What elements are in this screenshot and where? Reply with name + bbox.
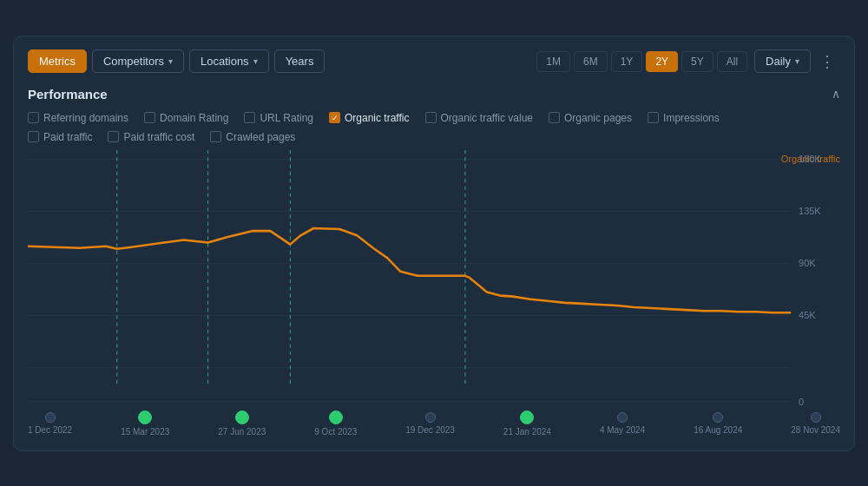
performance-title: Performance [28, 87, 108, 102]
locations-button[interactable]: Locations ▾ [189, 49, 269, 73]
metric-organic-traffic[interactable]: ✓ Organic traffic [329, 112, 409, 124]
timeline-dot-5[interactable] [520, 410, 534, 424]
svg-text:45K: 45K [799, 310, 816, 320]
time-1m-button[interactable]: 1M [536, 51, 570, 72]
timeline-dot-7[interactable] [713, 412, 723, 423]
x-label-8: 28 Nov 2024 [791, 425, 840, 435]
metrics-row: Referring domains Domain Rating URL Rati… [28, 112, 840, 124]
chevron-down-icon: ▾ [253, 56, 258, 66]
performance-header: Performance ∧ [28, 87, 840, 102]
timeline-dot-1[interactable] [138, 410, 152, 424]
time-5y-button[interactable]: 5Y [681, 51, 713, 72]
x-label-1: 15 Mar 2023 [121, 427, 169, 437]
x-label-2: 27 Jun 2023 [218, 427, 266, 437]
toolbar-left: Metrics Competitors ▾ Locations ▾ Years [28, 49, 325, 73]
timeline-dot-4[interactable] [425, 412, 436, 423]
checkbox-paid-traffic-cost[interactable] [108, 131, 119, 142]
metric-organic-pages[interactable]: Organic pages [549, 112, 632, 124]
metric-crawled-pages[interactable]: Crawled pages [210, 131, 295, 143]
checkbox-organic-traffic-value[interactable] [425, 112, 437, 123]
x-label-6: 4 May 2024 [600, 425, 645, 435]
chart-wrapper: Organic traffic 180K 135K 90K 45K 0 [28, 150, 840, 437]
metrics-button[interactable]: Metrics [28, 49, 87, 73]
checkbox-domain-rating[interactable] [144, 112, 155, 123]
collapse-icon[interactable]: ∧ [832, 87, 840, 101]
checkbox-organic-traffic[interactable]: ✓ [329, 112, 340, 123]
metrics-row-2: Paid traffic Paid traffic cost Crawled p… [28, 131, 840, 143]
metric-domain-rating[interactable]: Domain Rating [144, 112, 228, 124]
timeline-dot-2[interactable] [235, 410, 249, 424]
metric-paid-traffic[interactable]: Paid traffic [28, 131, 92, 143]
checkbox-paid-traffic[interactable] [28, 131, 39, 142]
checkbox-url-rating[interactable] [244, 112, 255, 123]
organic-traffic-chart: 180K 135K 90K 45K 0 [28, 150, 840, 410]
time-1y-button[interactable]: 1Y [611, 51, 643, 72]
checkbox-crawled-pages[interactable] [210, 131, 221, 142]
metric-referring-domains[interactable]: Referring domains [28, 112, 128, 124]
performance-section: Performance ∧ Referring domains Domain R… [28, 87, 840, 143]
time-2y-button[interactable]: 2Y [646, 51, 678, 72]
chevron-down-icon: ▾ [168, 56, 173, 66]
checkbox-referring-domains[interactable] [28, 112, 39, 123]
checkbox-organic-pages[interactable] [549, 112, 560, 123]
toolbar: Metrics Competitors ▾ Locations ▾ Years … [28, 49, 840, 75]
timeline-dot-8[interactable] [811, 412, 821, 423]
svg-text:135K: 135K [799, 206, 821, 216]
x-label-0: 1 Dec 2022 [28, 425, 72, 435]
x-label-4: 19 Dec 2023 [405, 425, 455, 435]
granularity-button[interactable]: Daily ▾ [754, 49, 811, 73]
toolbar-right: 1M 6M 1Y 2Y 5Y All Daily ▾ ⋮ [536, 49, 840, 75]
x-label-5: 21 Jan 2024 [503, 427, 551, 437]
svg-text:0: 0 [799, 396, 804, 406]
years-button[interactable]: Years [274, 49, 326, 73]
time-6m-button[interactable]: 6M [574, 51, 608, 72]
competitors-button[interactable]: Competitors ▾ [92, 49, 184, 73]
svg-text:90K: 90K [799, 258, 816, 268]
main-container: Metrics Competitors ▾ Locations ▾ Years … [13, 36, 855, 451]
x-label-7: 16 Aug 2024 [694, 425, 742, 435]
time-all-button[interactable]: All [717, 51, 747, 72]
metric-impressions[interactable]: Impressions [648, 112, 720, 124]
timeline-dot-6[interactable] [617, 412, 628, 423]
metric-organic-traffic-value[interactable]: Organic traffic value [425, 112, 534, 124]
checkbox-impressions[interactable] [648, 112, 659, 123]
chevron-down-icon: ▾ [795, 56, 799, 66]
x-label-3: 9 Oct 2023 [314, 427, 357, 437]
more-options-button[interactable]: ⋮ [814, 49, 840, 75]
timeline-dot-3[interactable] [329, 410, 343, 424]
metric-url-rating[interactable]: URL Rating [244, 112, 313, 124]
svg-text:180K: 180K [799, 154, 821, 164]
timeline-dot-0[interactable] [45, 412, 56, 423]
metric-paid-traffic-cost[interactable]: Paid traffic cost [108, 131, 194, 143]
chart-container: 180K 135K 90K 45K 0 [28, 150, 840, 410]
